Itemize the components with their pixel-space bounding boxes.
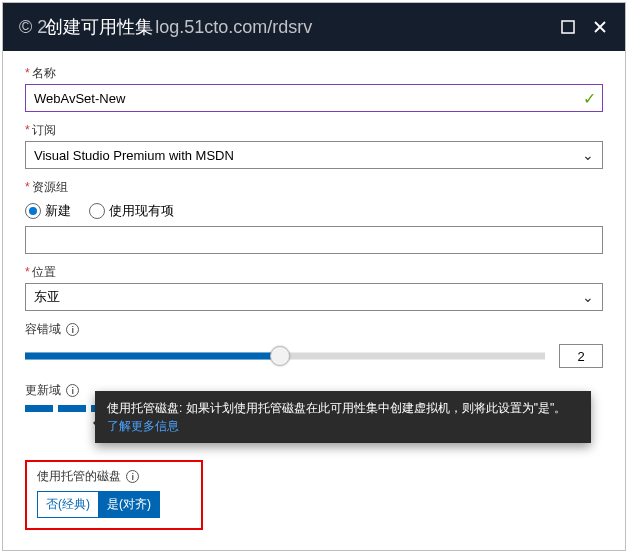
label-resource-group: *资源组 xyxy=(25,179,603,196)
managed-disks-block: 使用托管的磁盘 i 否(经典) 是(对齐) xyxy=(25,460,203,530)
radio-label-existing: 使用现有项 xyxy=(109,202,174,220)
label-location: *位置 xyxy=(25,264,603,281)
radio-existing[interactable]: 使用现有项 xyxy=(89,202,174,220)
slider-fill xyxy=(25,353,280,360)
field-resource-group: *资源组 新建 使用现有项 xyxy=(25,179,603,254)
fault-domain-value-box[interactable]: 2 xyxy=(559,344,603,368)
managed-disks-no-button[interactable]: 否(经典) xyxy=(37,491,99,518)
blade-title: 创建可用性集 xyxy=(45,15,153,39)
slider-thumb[interactable] xyxy=(270,346,290,366)
managed-disks-yes-button[interactable]: 是(对齐) xyxy=(99,491,160,518)
maximize-icon[interactable] xyxy=(559,18,577,36)
slider-seg xyxy=(58,405,86,412)
slider-seg xyxy=(25,405,53,412)
header-icons xyxy=(559,18,609,36)
subscription-value: Visual Studio Premium with MSDN xyxy=(34,148,234,163)
location-value: 东亚 xyxy=(34,288,60,306)
label-managed-disks: 使用托管的磁盘 i xyxy=(37,468,187,485)
close-icon[interactable] xyxy=(591,18,609,36)
name-input[interactable]: WebAvSet-New ✓ xyxy=(25,84,603,112)
managed-disks-tooltip: 使用托管磁盘: 如果计划使用托管磁盘在此可用性集中创建虚拟机，则将此设置为"是"… xyxy=(95,391,591,443)
watermark-prefix: © 2 xyxy=(19,17,47,38)
info-icon[interactable]: i xyxy=(126,470,139,483)
label-name: *名称 xyxy=(25,65,603,82)
valid-check-icon: ✓ xyxy=(583,89,596,108)
label-subscription: *订阅 xyxy=(25,122,603,139)
resource-group-input[interactable] xyxy=(25,226,603,254)
info-icon[interactable]: i xyxy=(66,384,79,397)
blade-content: *名称 WebAvSet-New ✓ *订阅 Visual Studio Pre… xyxy=(3,51,625,550)
chevron-down-icon: ⌄ xyxy=(582,147,594,163)
radio-label-new: 新建 xyxy=(45,202,71,220)
radio-icon xyxy=(25,203,41,219)
required-marker: * xyxy=(25,66,30,80)
radio-icon xyxy=(89,203,105,219)
resource-group-radio-row: 新建 使用现有项 xyxy=(25,198,603,226)
required-marker: * xyxy=(25,265,30,279)
required-marker: * xyxy=(25,180,30,194)
blade-frame: © 2 创建可用性集 log.51cto.com/rdsrv *名称 WebAv… xyxy=(2,2,626,551)
managed-disks-segmented: 否(经典) 是(对齐) xyxy=(37,491,187,518)
field-fault-domain: 容错域 i 2 xyxy=(25,321,603,368)
chevron-down-icon: ⌄ xyxy=(582,289,594,305)
fault-domain-value: 2 xyxy=(577,349,584,364)
info-icon[interactable]: i xyxy=(66,323,79,336)
blade-header: © 2 创建可用性集 log.51cto.com/rdsrv xyxy=(3,3,625,51)
fault-domain-slider[interactable] xyxy=(25,344,545,368)
title-wrap: © 2 创建可用性集 log.51cto.com/rdsrv xyxy=(19,15,312,39)
tooltip-text: 使用托管磁盘: 如果计划使用托管磁盘在此可用性集中创建虚拟机，则将此设置为"是"… xyxy=(107,401,566,415)
svg-rect-0 xyxy=(562,21,574,33)
radio-new[interactable]: 新建 xyxy=(25,202,71,220)
tooltip-learn-more-link[interactable]: 了解更多信息 xyxy=(107,419,179,433)
field-subscription: *订阅 Visual Studio Premium with MSDN ⌄ xyxy=(25,122,603,169)
required-marker: * xyxy=(25,123,30,137)
watermark-suffix: log.51cto.com/rdsrv xyxy=(155,17,312,38)
fault-domain-slider-row: 2 xyxy=(25,344,603,368)
field-name: *名称 WebAvSet-New ✓ xyxy=(25,65,603,112)
field-location: *位置 东亚 ⌄ xyxy=(25,264,603,311)
label-fault-domain: 容错域 i xyxy=(25,321,603,338)
name-value: WebAvSet-New xyxy=(34,91,125,106)
location-select[interactable]: 东亚 ⌄ xyxy=(25,283,603,311)
subscription-select[interactable]: Visual Studio Premium with MSDN ⌄ xyxy=(25,141,603,169)
